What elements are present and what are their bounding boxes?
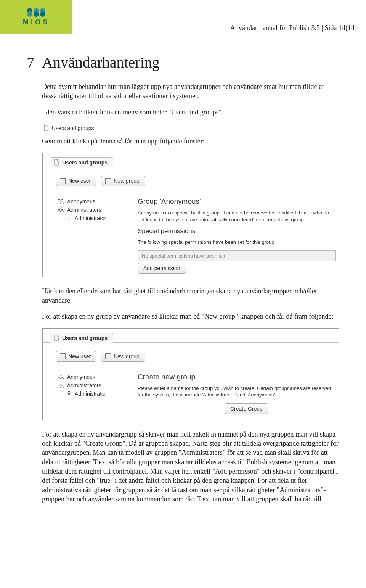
permissions-empty-box: No special permissions have been set <box>138 250 336 261</box>
users-groups-menu-label: Users and groups <box>52 125 94 131</box>
svg-point-5 <box>58 375 60 377</box>
add-permission-button[interactable]: Add permission <box>138 263 186 274</box>
pane-description: Anonymous is a special built in group. I… <box>138 209 336 223</box>
tree-label: Administrators <box>67 382 101 388</box>
new-user-label: New user <box>68 353 91 359</box>
tree-group-administrators[interactable]: Administrators <box>57 381 128 390</box>
plus-icon <box>105 178 111 184</box>
tree-label: Administrator <box>75 391 106 397</box>
users-groups-window-create: Users and groups New user New group <box>42 328 339 420</box>
svg-point-0 <box>58 199 60 201</box>
pane-description: Please enter a name for the group you wi… <box>138 385 336 398</box>
body-paragraph: I den vänstra balken finns en meny som h… <box>42 108 339 117</box>
file-icon <box>43 125 49 131</box>
svg-point-3 <box>61 208 63 210</box>
pane-heading: Group 'Anonymous' <box>138 197 336 206</box>
new-group-label: New group <box>114 178 140 184</box>
tree-label: Administrators <box>67 207 101 213</box>
tree-group-anonymous[interactable]: Anonymous <box>57 373 128 381</box>
user-icon <box>66 391 72 396</box>
logo-dot <box>34 11 39 17</box>
tree-label: Administrator <box>75 215 106 221</box>
file-icon <box>54 335 59 341</box>
plus-icon <box>60 353 66 359</box>
new-group-label: New group <box>114 353 140 359</box>
body-paragraph: Genom att klicka på denna så får man upp… <box>42 137 339 146</box>
tree-label: Anonymous <box>67 198 95 205</box>
body-paragraph: Detta avsnitt behandlar hur man lägger u… <box>42 82 339 101</box>
body-paragraph: För att skapa en ny användargrupp så skr… <box>42 430 339 504</box>
section-number: 7 <box>21 53 34 71</box>
tree-label: Anonymous <box>67 374 95 380</box>
new-user-button[interactable]: New user <box>56 351 96 362</box>
window-tab-label: Users and groups <box>62 159 108 166</box>
svg-point-9 <box>68 391 70 394</box>
add-permission-label: Add permission <box>143 265 180 271</box>
section-title: Användarhantering <box>42 53 160 71</box>
new-user-button[interactable]: New user <box>56 176 96 186</box>
page-header-title: Användarmanual för Publish 3.5 | Sida 14… <box>230 24 358 34</box>
user-tree: Anonymous Administrators A <box>57 373 128 414</box>
tree-user-administrator[interactable]: Administrator <box>57 390 128 398</box>
create-group-button[interactable]: Create Group <box>225 403 268 414</box>
special-permissions-desc: The following special permissions have b… <box>138 239 336 246</box>
logo-dot <box>27 11 32 17</box>
user-tree: Anonymous Administrators A <box>57 197 128 271</box>
new-group-button[interactable]: New group <box>101 351 145 362</box>
tree-group-administrators[interactable]: Administrators <box>57 206 128 214</box>
body-paragraph: För att skapa en ny grupp av användare s… <box>42 312 339 321</box>
new-group-name-input[interactable] <box>138 403 220 414</box>
svg-point-2 <box>58 208 60 210</box>
body-paragraph: Här kan den eller de som har rättighet t… <box>42 287 339 305</box>
brand-logo: MIOS <box>0 0 72 34</box>
window-tab[interactable]: Users and groups <box>50 333 113 343</box>
new-group-button[interactable]: New group <box>101 176 145 186</box>
logo-dot <box>40 11 45 17</box>
plus-icon <box>105 353 111 359</box>
user-icon <box>66 216 72 221</box>
svg-point-1 <box>61 199 63 201</box>
svg-point-7 <box>58 383 60 385</box>
pane-heading: Create new group <box>138 373 336 381</box>
tree-user-administrator[interactable]: Administrator <box>57 214 128 222</box>
users-groups-menu-item[interactable]: Users and groups <box>43 125 94 131</box>
svg-point-8 <box>61 383 63 385</box>
file-icon <box>54 159 59 166</box>
brand-text: MIOS <box>23 18 50 26</box>
window-tab-label: Users and groups <box>62 335 108 341</box>
group-icon <box>57 383 64 388</box>
svg-point-4 <box>68 216 70 218</box>
group-icon <box>57 207 64 213</box>
new-user-label: New user <box>68 178 91 184</box>
group-icon <box>57 374 64 380</box>
users-groups-window: Users and groups New user New group <box>42 153 339 277</box>
tree-group-anonymous[interactable]: Anonymous <box>57 197 128 206</box>
group-icon <box>57 199 64 204</box>
plus-icon <box>60 178 66 184</box>
window-tab[interactable]: Users and groups <box>50 157 113 167</box>
create-group-label: Create Group <box>230 406 263 412</box>
svg-point-6 <box>61 375 63 377</box>
special-permissions-heading: Special permissions <box>138 227 336 235</box>
